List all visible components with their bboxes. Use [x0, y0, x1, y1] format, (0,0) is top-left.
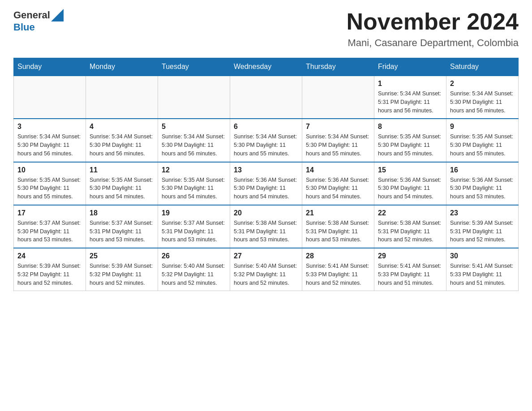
- logo-general: General: [13, 9, 50, 21]
- day-number: 5: [162, 123, 226, 131]
- calendar-day-cell: 30Sunrise: 5:41 AM Sunset: 5:33 PM Dayli…: [446, 248, 519, 291]
- day-number: 2: [450, 80, 515, 88]
- day-number: 3: [17, 123, 82, 131]
- calendar-day-cell: 4Sunrise: 5:34 AM Sunset: 5:30 PM Daylig…: [86, 119, 158, 162]
- day-info: Sunrise: 5:37 AM Sunset: 5:30 PM Dayligh…: [17, 219, 82, 244]
- calendar-week-row: 24Sunrise: 5:39 AM Sunset: 5:32 PM Dayli…: [14, 248, 519, 291]
- calendar-day-cell: 12Sunrise: 5:35 AM Sunset: 5:30 PM Dayli…: [158, 162, 230, 205]
- day-number: 4: [90, 123, 154, 131]
- calendar-day-header: Tuesday: [158, 58, 230, 76]
- logo-icon: [51, 9, 64, 21]
- day-info: Sunrise: 5:39 AM Sunset: 5:32 PM Dayligh…: [90, 262, 154, 287]
- calendar-week-row: 10Sunrise: 5:35 AM Sunset: 5:30 PM Dayli…: [14, 162, 519, 205]
- day-info: Sunrise: 5:34 AM Sunset: 5:30 PM Dayligh…: [90, 133, 154, 158]
- day-info: Sunrise: 5:38 AM Sunset: 5:31 PM Dayligh…: [234, 219, 298, 244]
- day-info: Sunrise: 5:36 AM Sunset: 5:30 PM Dayligh…: [306, 176, 370, 201]
- calendar-day-cell: [86, 76, 158, 119]
- day-number: 6: [234, 123, 298, 131]
- calendar-day-cell: 22Sunrise: 5:38 AM Sunset: 5:31 PM Dayli…: [374, 205, 446, 248]
- day-number: 27: [234, 252, 298, 260]
- day-number: 28: [306, 252, 370, 260]
- logo-blue: Blue: [13, 21, 35, 33]
- calendar-table: SundayMondayTuesdayWednesdayThursdayFrid…: [13, 58, 519, 291]
- calendar-day-cell: 26Sunrise: 5:40 AM Sunset: 5:32 PM Dayli…: [158, 248, 230, 291]
- calendar-week-row: 17Sunrise: 5:37 AM Sunset: 5:30 PM Dayli…: [14, 205, 519, 248]
- calendar-day-cell: 2Sunrise: 5:34 AM Sunset: 5:30 PM Daylig…: [446, 76, 519, 119]
- calendar-day-cell: 3Sunrise: 5:34 AM Sunset: 5:30 PM Daylig…: [14, 119, 86, 162]
- day-number: 20: [234, 209, 298, 217]
- day-info: Sunrise: 5:34 AM Sunset: 5:30 PM Dayligh…: [17, 133, 82, 158]
- calendar-day-cell: 10Sunrise: 5:35 AM Sunset: 5:30 PM Dayli…: [14, 162, 86, 205]
- calendar-day-cell: 17Sunrise: 5:37 AM Sunset: 5:30 PM Dayli…: [14, 205, 86, 248]
- calendar-day-cell: [14, 76, 86, 119]
- day-number: 1: [378, 80, 442, 88]
- day-info: Sunrise: 5:34 AM Sunset: 5:30 PM Dayligh…: [234, 133, 298, 158]
- calendar-day-cell: 18Sunrise: 5:37 AM Sunset: 5:31 PM Dayli…: [86, 205, 158, 248]
- day-info: Sunrise: 5:35 AM Sunset: 5:30 PM Dayligh…: [162, 176, 226, 201]
- calendar-day-header: Friday: [374, 58, 446, 76]
- calendar-day-cell: 7Sunrise: 5:34 AM Sunset: 5:30 PM Daylig…: [302, 119, 374, 162]
- day-number: 16: [450, 166, 515, 174]
- day-info: Sunrise: 5:37 AM Sunset: 5:31 PM Dayligh…: [90, 219, 154, 244]
- day-number: 7: [306, 123, 370, 131]
- day-info: Sunrise: 5:41 AM Sunset: 5:33 PM Dayligh…: [306, 262, 370, 287]
- page-header: General Blue November 2024 Mani, Casanar…: [13, 9, 519, 49]
- day-number: 9: [450, 123, 515, 131]
- calendar-header-row: SundayMondayTuesdayWednesdayThursdayFrid…: [14, 58, 519, 76]
- calendar-day-header: Wednesday: [230, 58, 302, 76]
- title-area: November 2024 Mani, Casanare Department,…: [347, 9, 519, 49]
- day-number: 21: [306, 209, 370, 217]
- day-number: 8: [378, 123, 442, 131]
- day-info: Sunrise: 5:35 AM Sunset: 5:30 PM Dayligh…: [450, 133, 515, 158]
- day-number: 17: [17, 209, 82, 217]
- calendar-day-cell: 6Sunrise: 5:34 AM Sunset: 5:30 PM Daylig…: [230, 119, 302, 162]
- calendar-day-cell: 9Sunrise: 5:35 AM Sunset: 5:30 PM Daylig…: [446, 119, 519, 162]
- calendar-day-cell: 25Sunrise: 5:39 AM Sunset: 5:32 PM Dayli…: [86, 248, 158, 291]
- day-number: 18: [90, 209, 154, 217]
- day-number: 10: [17, 166, 82, 174]
- day-info: Sunrise: 5:39 AM Sunset: 5:31 PM Dayligh…: [450, 219, 515, 244]
- calendar-day-cell: 28Sunrise: 5:41 AM Sunset: 5:33 PM Dayli…: [302, 248, 374, 291]
- day-info: Sunrise: 5:36 AM Sunset: 5:30 PM Dayligh…: [450, 176, 515, 201]
- day-number: 29: [378, 252, 442, 260]
- day-number: 11: [90, 166, 154, 174]
- page-title: November 2024: [347, 9, 519, 34]
- calendar-day-header: Sunday: [14, 58, 86, 76]
- calendar-day-cell: 11Sunrise: 5:35 AM Sunset: 5:30 PM Dayli…: [86, 162, 158, 205]
- day-number: 22: [378, 209, 442, 217]
- day-info: Sunrise: 5:34 AM Sunset: 5:31 PM Dayligh…: [378, 90, 442, 115]
- day-info: Sunrise: 5:35 AM Sunset: 5:30 PM Dayligh…: [90, 176, 154, 201]
- calendar-day-cell: 5Sunrise: 5:34 AM Sunset: 5:30 PM Daylig…: [158, 119, 230, 162]
- svg-marker-0: [51, 9, 64, 21]
- day-info: Sunrise: 5:37 AM Sunset: 5:31 PM Dayligh…: [162, 219, 226, 244]
- day-info: Sunrise: 5:38 AM Sunset: 5:31 PM Dayligh…: [378, 219, 442, 244]
- day-info: Sunrise: 5:34 AM Sunset: 5:30 PM Dayligh…: [162, 133, 226, 158]
- day-info: Sunrise: 5:36 AM Sunset: 5:30 PM Dayligh…: [378, 176, 442, 201]
- calendar-week-row: 3Sunrise: 5:34 AM Sunset: 5:30 PM Daylig…: [14, 119, 519, 162]
- day-info: Sunrise: 5:35 AM Sunset: 5:30 PM Dayligh…: [17, 176, 82, 201]
- calendar-day-cell: 19Sunrise: 5:37 AM Sunset: 5:31 PM Dayli…: [158, 205, 230, 248]
- day-number: 13: [234, 166, 298, 174]
- calendar-day-cell: 1Sunrise: 5:34 AM Sunset: 5:31 PM Daylig…: [374, 76, 446, 119]
- day-number: 24: [17, 252, 82, 260]
- day-info: Sunrise: 5:40 AM Sunset: 5:32 PM Dayligh…: [234, 262, 298, 287]
- day-number: 12: [162, 166, 226, 174]
- day-info: Sunrise: 5:41 AM Sunset: 5:33 PM Dayligh…: [450, 262, 515, 287]
- page-subtitle: Mani, Casanare Department, Colombia: [347, 37, 519, 49]
- calendar-day-cell: [302, 76, 374, 119]
- calendar-day-cell: 8Sunrise: 5:35 AM Sunset: 5:30 PM Daylig…: [374, 119, 446, 162]
- day-info: Sunrise: 5:40 AM Sunset: 5:32 PM Dayligh…: [162, 262, 226, 287]
- calendar-day-cell: [230, 76, 302, 119]
- day-info: Sunrise: 5:39 AM Sunset: 5:32 PM Dayligh…: [17, 262, 82, 287]
- calendar-day-cell: 20Sunrise: 5:38 AM Sunset: 5:31 PM Dayli…: [230, 205, 302, 248]
- calendar-day-cell: [158, 76, 230, 119]
- calendar-day-cell: 23Sunrise: 5:39 AM Sunset: 5:31 PM Dayli…: [446, 205, 519, 248]
- day-number: 23: [450, 209, 515, 217]
- calendar-day-cell: 14Sunrise: 5:36 AM Sunset: 5:30 PM Dayli…: [302, 162, 374, 205]
- calendar-day-cell: 29Sunrise: 5:41 AM Sunset: 5:33 PM Dayli…: [374, 248, 446, 291]
- day-number: 26: [162, 252, 226, 260]
- day-info: Sunrise: 5:34 AM Sunset: 5:30 PM Dayligh…: [450, 90, 515, 115]
- day-info: Sunrise: 5:35 AM Sunset: 5:30 PM Dayligh…: [378, 133, 442, 158]
- day-number: 30: [450, 252, 515, 260]
- calendar-week-row: 1Sunrise: 5:34 AM Sunset: 5:31 PM Daylig…: [14, 76, 519, 119]
